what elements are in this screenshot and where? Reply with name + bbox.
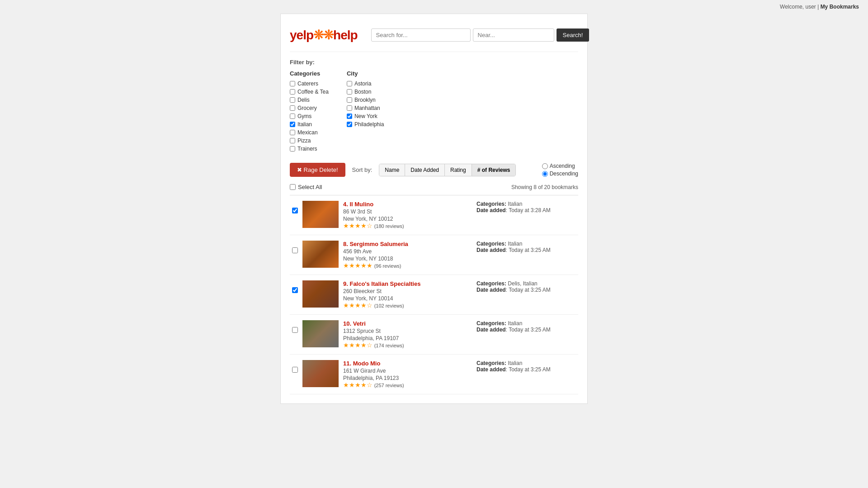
- city-philadelphia-label: Philadelphia: [354, 121, 384, 128]
- bookmark-dateadded-1: Date added: Today at 3:28 AM: [476, 207, 576, 213]
- category-mexican-label: Mexican: [297, 129, 318, 136]
- bookmark-stars-2: ★★★★★: [343, 262, 373, 269]
- logo-yelp: yelp: [290, 28, 313, 42]
- category-grocery-checkbox[interactable]: [290, 105, 295, 111]
- select-all-row: Select All Showing 8 of 20 bookmarks: [290, 184, 578, 190]
- bookmark-info-4: 10. Vetri 1312 Spruce St Philadelphia, P…: [343, 320, 472, 349]
- table-row: 4. Il Mulino 86 W 3rd St New York, NY 10…: [290, 195, 578, 235]
- sort-buttons: Name Date Added Rating # of Reviews: [379, 164, 516, 176]
- category-caterers-checkbox[interactable]: [290, 81, 295, 86]
- category-coffee-tea-checkbox[interactable]: [290, 89, 295, 95]
- sort-label: Sort by:: [352, 166, 373, 173]
- select-all-checkbox[interactable]: [290, 184, 296, 190]
- city-astoria-checkbox[interactable]: [347, 81, 352, 86]
- search-button[interactable]: Search!: [557, 28, 590, 42]
- bookmark-name-4[interactable]: 10. Vetri: [343, 320, 366, 327]
- bookmark-address2-4: Philadelphia, PA 19107: [343, 335, 472, 341]
- descending-label[interactable]: Descending: [542, 171, 578, 177]
- table-row: 11. Modo Mio 161 W Girard Ave Philadelph…: [290, 355, 578, 394]
- filter-title: Filter by:: [290, 59, 578, 66]
- bookmark-image-4: [302, 320, 339, 347]
- sort-order: Ascending Descending: [542, 163, 578, 177]
- city-manhattan-checkbox[interactable]: [347, 105, 352, 111]
- city-boston-label: Boston: [354, 89, 371, 95]
- descending-radio[interactable]: [542, 171, 548, 177]
- category-caterers-label: Caterers: [297, 81, 318, 87]
- bookmark-info-1: 4. Il Mulino 86 W 3rd St New York, NY 10…: [343, 201, 472, 229]
- bookmark-dateadded-4: Date added: Today at 3:25 AM: [476, 327, 576, 333]
- bookmark-checkbox-3[interactable]: [292, 287, 298, 293]
- bookmark-checkbox-4[interactable]: [292, 327, 298, 333]
- bookmark-categories-5: Categories: Italian: [476, 360, 576, 366]
- sort-reviews-button[interactable]: # of Reviews: [472, 164, 516, 176]
- category-pizza-checkbox[interactable]: [290, 138, 295, 143]
- near-input[interactable]: [473, 28, 554, 42]
- bookmark-address1-2: 456 9th Ave: [343, 248, 472, 255]
- actions-bar: ✖ Rage Delete! Sort by: Name Date Added …: [290, 163, 578, 177]
- city-boston-checkbox[interactable]: [347, 89, 352, 95]
- my-bookmarks-link[interactable]: My Bookmarks: [821, 4, 859, 10]
- city-newyork-checkbox[interactable]: [347, 114, 352, 119]
- bookmark-image-5: [302, 360, 339, 387]
- sort-rating-button[interactable]: Rating: [445, 164, 472, 176]
- category-mexican-checkbox[interactable]: [290, 130, 295, 135]
- bookmark-name-2[interactable]: 8. Sergimmo Salumeria: [343, 241, 408, 247]
- category-delis-checkbox[interactable]: [290, 97, 295, 103]
- category-gyms-checkbox[interactable]: [290, 114, 295, 119]
- bookmark-list: 4. Il Mulino 86 W 3rd St New York, NY 10…: [290, 195, 578, 394]
- bookmark-info-2: 8. Sergimmo Salumeria 456 9th Ave New Yo…: [343, 241, 472, 269]
- bookmark-reviews-3: (102 reviews): [374, 303, 404, 308]
- city-newyork-label: New York: [354, 113, 377, 119]
- sort-date-button[interactable]: Date Added: [405, 164, 445, 176]
- city-philadelphia-checkbox[interactable]: [347, 122, 352, 127]
- welcome-text: Welcome, user |: [780, 4, 819, 10]
- ascending-radio[interactable]: [542, 163, 548, 169]
- bookmark-image-2: [302, 241, 339, 268]
- categories-filter: Categories Caterers Coffee & Tea Delis G…: [290, 70, 329, 154]
- bookmark-meta-2: Categories: Italian Date added: Today at…: [476, 241, 576, 253]
- table-row: 10. Vetri 1312 Spruce St Philadelphia, P…: [290, 315, 578, 355]
- bookmark-meta-3: Categories: Delis, Italian Date added: T…: [476, 280, 576, 293]
- table-row: 8. Sergimmo Salumeria 456 9th Ave New Yo…: [290, 235, 578, 275]
- bookmark-checkbox-5[interactable]: [292, 367, 298, 373]
- city-brooklyn-label: Brooklyn: [354, 97, 376, 103]
- select-all-label[interactable]: Select All: [290, 184, 322, 190]
- bookmark-dateadded-5: Date added: Today at 3:25 AM: [476, 366, 576, 373]
- category-pizza-label: Pizza: [297, 137, 311, 144]
- bookmark-address2-1: New York, NY 10012: [343, 216, 472, 222]
- bookmark-name-5[interactable]: 11. Modo Mio: [343, 360, 380, 367]
- logo: yelp❊❊help: [290, 28, 358, 43]
- category-italian-checkbox[interactable]: [290, 122, 295, 127]
- rage-delete-button[interactable]: ✖ Rage Delete!: [290, 163, 345, 177]
- filter-section: Filter by: Categories Caterers Coffee & …: [290, 59, 578, 154]
- bookmark-name-3[interactable]: 9. Falco's Italian Specialties: [343, 280, 420, 287]
- bookmark-categories-3: Categories: Delis, Italian: [476, 280, 576, 287]
- logo-paws: ❊❊: [313, 28, 333, 42]
- ascending-label[interactable]: Ascending: [542, 163, 578, 169]
- descending-text: Descending: [550, 171, 578, 177]
- bookmark-meta-4: Categories: Italian Date added: Today at…: [476, 320, 576, 333]
- bookmark-name-1[interactable]: 4. Il Mulino: [343, 201, 373, 208]
- bookmark-address2-5: Philadelphia, PA 19123: [343, 375, 472, 381]
- category-trainers-checkbox[interactable]: [290, 146, 295, 152]
- bookmark-categories-2: Categories: Italian: [476, 241, 576, 247]
- select-all-text: Select All: [298, 184, 322, 190]
- bookmark-categories-4: Categories: Italian: [476, 320, 576, 327]
- bookmark-reviews-4: (174 reviews): [374, 343, 404, 348]
- bookmark-checkbox-1[interactable]: [292, 208, 298, 213]
- city-brooklyn-checkbox[interactable]: [347, 97, 352, 103]
- bookmark-address1-4: 1312 Spruce St: [343, 328, 472, 334]
- bookmark-stars-3: ★★★★☆: [343, 302, 373, 309]
- bookmark-stars-5: ★★★★☆: [343, 381, 373, 389]
- category-trainers-label: Trainers: [297, 146, 317, 152]
- bookmark-stars-1: ★★★★☆: [343, 222, 373, 229]
- bookmark-checkbox-2[interactable]: [292, 247, 298, 253]
- bookmark-address1-3: 260 Bleecker St: [343, 288, 472, 294]
- category-gyms-label: Gyms: [297, 113, 311, 119]
- bookmark-reviews-1: (180 reviews): [374, 223, 404, 229]
- bookmark-stars-4: ★★★★☆: [343, 341, 373, 349]
- bookmark-categories-1: Categories: Italian: [476, 201, 576, 207]
- search-input[interactable]: [371, 28, 471, 42]
- bookmark-address2-3: New York, NY 10014: [343, 295, 472, 302]
- sort-name-button[interactable]: Name: [379, 164, 405, 176]
